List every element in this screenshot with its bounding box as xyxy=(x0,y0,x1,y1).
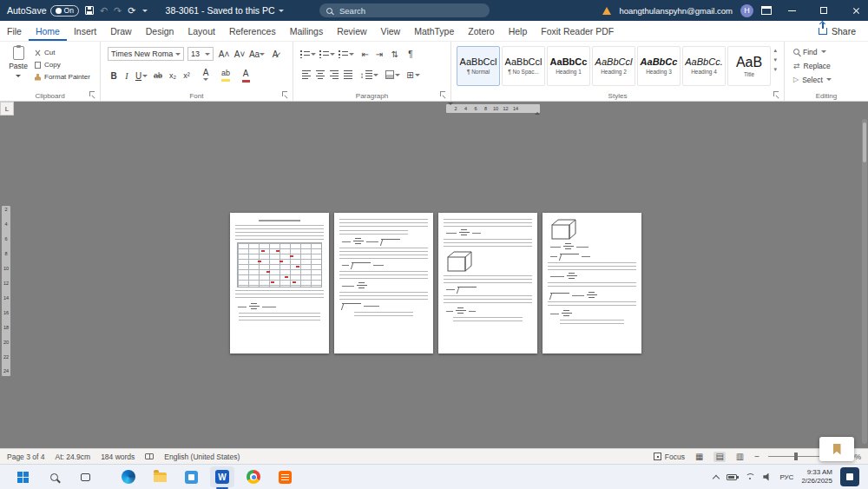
battery-icon[interactable] xyxy=(727,474,737,480)
avatar[interactable]: H xyxy=(740,4,753,17)
chrome-app[interactable] xyxy=(241,466,266,487)
tab-review[interactable]: Review xyxy=(330,21,373,41)
right-indent-marker[interactable] xyxy=(535,109,540,115)
show-formatting-marks-button[interactable]: ¶ xyxy=(404,47,417,61)
shrink-font-button[interactable]: A˅ xyxy=(233,47,247,61)
strikethrough-button[interactable]: ab xyxy=(151,68,165,83)
decrease-indent-button[interactable]: ⇤ xyxy=(359,47,372,61)
resume-reading-popup[interactable] xyxy=(819,437,854,461)
blue-app[interactable] xyxy=(179,466,203,487)
quick-access-chevron-icon[interactable] xyxy=(142,10,148,15)
styles-dialog-launcher-icon[interactable] xyxy=(773,91,780,98)
repeat-icon[interactable]: ⟳ xyxy=(128,6,135,16)
font-color-button[interactable]: A xyxy=(238,68,253,83)
multilevel-list-button[interactable] xyxy=(339,47,354,61)
autosave-toggle[interactable]: AutoSave On xyxy=(7,5,79,17)
network-icon[interactable] xyxy=(745,473,755,480)
input-language[interactable]: РУС xyxy=(779,473,793,481)
word-count-status[interactable]: 184 words xyxy=(101,453,135,461)
search-box[interactable] xyxy=(319,3,490,17)
subscript-button[interactable]: x₂ xyxy=(167,68,179,83)
volume-icon[interactable] xyxy=(763,473,772,481)
tab-design[interactable]: Design xyxy=(139,21,181,41)
page-number-status[interactable]: Page 3 of 4 xyxy=(7,453,44,461)
clipboard-dialog-launcher-icon[interactable] xyxy=(89,91,96,98)
bold-button[interactable]: B xyxy=(108,68,120,83)
copy-button[interactable]: Copy xyxy=(35,59,99,70)
tab-zotero[interactable]: Zotero xyxy=(461,21,501,41)
tab-layout[interactable]: Layout xyxy=(181,21,222,41)
redo-icon[interactable]: ↷ xyxy=(114,6,122,16)
ribbon-display-options-icon[interactable] xyxy=(761,6,772,15)
page-thumbnail-1[interactable] xyxy=(230,213,329,354)
taskbar-search-button[interactable] xyxy=(42,466,66,487)
tab-references[interactable]: References xyxy=(222,21,283,41)
language-status[interactable]: English (United States) xyxy=(164,453,240,461)
tab-mailings[interactable]: Mailings xyxy=(283,21,331,41)
replace-button[interactable]: ⇄ Replace xyxy=(793,60,831,71)
tab-home[interactable]: Home xyxy=(29,21,67,41)
style-heading-3[interactable]: AaBbCc Heading 3 xyxy=(637,46,681,86)
share-button[interactable]: Share xyxy=(806,21,868,41)
zoom-slider-thumb[interactable] xyxy=(794,453,798,460)
close-button[interactable] xyxy=(844,0,868,21)
clear-formatting-button[interactable]: A̷ xyxy=(267,47,283,61)
bullets-button[interactable] xyxy=(300,47,316,61)
select-button[interactable]: ▷ Select xyxy=(793,74,832,85)
file-explorer-app[interactable] xyxy=(148,466,172,487)
cut-button[interactable]: Cut xyxy=(35,47,99,58)
sort-button[interactable]: ⇅ xyxy=(389,47,401,61)
shading-button[interactable] xyxy=(384,68,401,82)
minimize-button[interactable] xyxy=(779,0,804,21)
align-left-button[interactable] xyxy=(300,68,312,82)
print-layout-button[interactable]: ▤ xyxy=(713,452,725,462)
grow-font-button[interactable]: A˄ xyxy=(217,47,231,61)
read-mode-button[interactable]: ▦ xyxy=(694,452,705,462)
highlight-color-button[interactable]: ab xyxy=(217,68,234,83)
underline-button[interactable]: U xyxy=(134,68,149,83)
style-heading-4[interactable]: AaBbCc. Heading 4 xyxy=(682,46,726,86)
style-heading-2[interactable]: AaBbCcl Heading 2 xyxy=(592,46,635,86)
increase-indent-button[interactable]: ⇥ xyxy=(373,47,385,61)
account-email[interactable]: hoangthulanspyhn@gmail.com xyxy=(619,6,733,16)
paste-button[interactable]: Paste xyxy=(5,46,31,88)
proofing-book-icon[interactable] xyxy=(145,453,154,459)
style-no-spacing[interactable]: AaBbCcl ¶ No Spac... xyxy=(502,46,545,86)
tab-insert[interactable]: Insert xyxy=(67,21,103,41)
edge-app[interactable] xyxy=(116,466,141,487)
focus-button[interactable]: Focus xyxy=(654,453,685,461)
italic-button[interactable]: I xyxy=(122,68,132,83)
page-thumbnail-4[interactable] xyxy=(542,213,641,354)
font-size-combo[interactable]: 13 xyxy=(187,47,214,61)
justify-button[interactable] xyxy=(342,68,354,82)
tab-help[interactable]: Help xyxy=(502,21,535,41)
vertical-ruler[interactable]: 24 68 1012 1416 1820 2224 xyxy=(2,206,10,376)
style-title[interactable]: AaB Title xyxy=(727,46,771,86)
clock[interactable]: 9:33 AM 2/26/2025 xyxy=(801,468,832,486)
zoom-out-button[interactable]: − xyxy=(754,453,760,461)
search-input[interactable] xyxy=(338,5,468,17)
font-family-combo[interactable]: Times New Roma xyxy=(108,47,184,61)
paragraph-dialog-launcher-icon[interactable] xyxy=(440,91,447,98)
save-icon[interactable] xyxy=(85,6,94,15)
text-effects-button[interactable]: A xyxy=(198,68,214,83)
tab-view[interactable]: View xyxy=(374,21,408,41)
align-right-button[interactable] xyxy=(328,68,340,82)
document-title[interactable]: 38-3061 - Saved to this PC xyxy=(166,5,284,16)
word-app[interactable]: W xyxy=(210,466,234,487)
sync-warning-icon[interactable] xyxy=(602,7,611,15)
tab-mathtype[interactable]: MathType xyxy=(407,21,461,41)
align-center-button[interactable] xyxy=(314,68,326,82)
font-dialog-launcher-icon[interactable] xyxy=(282,91,289,98)
styles-scroll-up-icon[interactable]: ▴ xyxy=(773,47,777,53)
styles-more-icon[interactable]: ▾ xyxy=(773,66,777,72)
borders-button[interactable]: ⊞ xyxy=(404,68,422,82)
scrollbar-thumb[interactable] xyxy=(863,122,866,162)
horizontal-ruler[interactable]: 2 4 6 8 10 12 14 xyxy=(446,104,540,113)
superscript-button[interactable]: x² xyxy=(181,68,193,83)
tab-draw[interactable]: Draw xyxy=(103,21,139,41)
zoom-slider[interactable] xyxy=(768,456,824,457)
notification-tile[interactable] xyxy=(840,467,859,486)
numbering-button[interactable] xyxy=(319,47,335,61)
style-normal[interactable]: AaBbCcl ¶ Normal xyxy=(457,46,500,86)
